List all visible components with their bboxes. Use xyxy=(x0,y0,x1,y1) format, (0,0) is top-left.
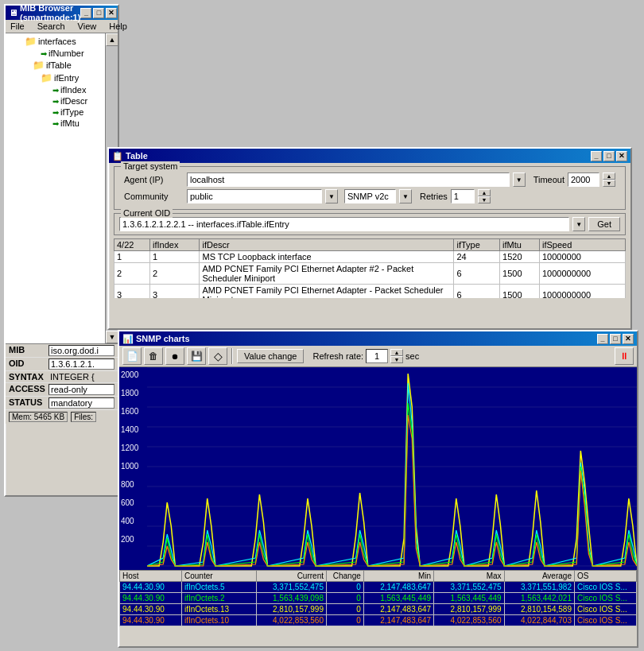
y-label-200: 200 xyxy=(121,535,134,544)
cell-ifindex: 1 xyxy=(150,251,200,263)
minimize-button[interactable]: _ xyxy=(80,8,91,18)
chart-cell-average: 4,022,844,703 xyxy=(504,615,574,626)
snmp-version-dropdown-btn[interactable]: ▼ xyxy=(399,189,412,203)
y-label-2000: 2000 xyxy=(121,370,138,379)
tree-node-ifentry[interactable]: 📁 ifEntry xyxy=(7,72,103,84)
col-header-ifindex: ifIndex xyxy=(150,239,200,251)
status-oid: OID 1.3.6.1.2.1. xyxy=(6,358,118,371)
arrow-icon-ifindex: ➡ xyxy=(52,86,59,95)
chart-data-row[interactable]: 94.44.30.90 ifInOctets.10 4,022,853,560 … xyxy=(120,615,637,626)
chart-cell-max: 4,022,853,560 xyxy=(434,615,504,626)
retries-spinner[interactable]: ▲ ▼ xyxy=(478,189,491,203)
timeout-spinner[interactable]: ▲ ▼ xyxy=(603,172,615,187)
clear-btn[interactable]: ◇ xyxy=(208,347,227,365)
timeout-field: 2000 xyxy=(568,172,599,187)
pause-button[interactable]: ⏸ xyxy=(615,347,634,365)
chart-data-row[interactable]: 94.44.30.90 ifInOctets.13 2,810,157,999 … xyxy=(120,604,637,615)
menu-search[interactable]: Search xyxy=(34,21,68,32)
status-status: STATUS mandatory xyxy=(6,397,118,410)
oid-value: 1.3.6.1.2.1. xyxy=(48,358,114,370)
table-maximize-button[interactable]: □ xyxy=(603,151,615,161)
table-row[interactable]: 2 2 AMD PCNET Family PCI Ethernet Adapte… xyxy=(114,263,626,285)
chart-toolbar: 📄 🗑 ⏺ 💾 ◇ Value change Refresh rate: ▲ ▼… xyxy=(119,346,637,367)
y-label-600: 600 xyxy=(121,498,134,507)
save-btn[interactable]: 💾 xyxy=(187,347,206,365)
chart-cell-min: 2,147,483,647 xyxy=(363,615,433,626)
retries-up-btn[interactable]: ▲ xyxy=(478,189,491,196)
tree-node-ifindex[interactable]: ➡ ifIndex xyxy=(7,84,103,95)
mib-browser-window: 🖥 MIB Browser (smartmode:1) _ □ ✕ File S… xyxy=(4,4,119,497)
agent-value: localhost xyxy=(190,175,224,184)
value-change-button[interactable]: Value change xyxy=(237,349,304,363)
snmp-close-button[interactable]: ✕ xyxy=(623,334,634,344)
tree-node-iftable[interactable]: 📁 ifTable xyxy=(7,59,103,72)
chart-data-row[interactable]: 94.44.30.90 ifInOctets.5 3,371,552,475 0… xyxy=(120,582,637,593)
tree-node-interfaces[interactable]: 📁 interfaces xyxy=(7,35,103,48)
scroll-up-btn[interactable]: ▲ xyxy=(106,33,118,46)
timeout-label: Timeout xyxy=(533,175,564,184)
chart-cell-counter: ifInOctets.2 xyxy=(182,593,257,604)
snmp-charts-title: SNMP charts xyxy=(136,334,190,343)
retries-down-btn[interactable]: ▼ xyxy=(478,196,491,203)
table-titlebar: 📋 Table _ □ ✕ xyxy=(109,149,630,163)
chart-cell-current: 4,022,853,560 xyxy=(256,615,326,626)
table-controls: _ □ ✕ xyxy=(591,151,627,161)
community-row: Community public ▼ SNMP v2c ▼ Retries 1 … xyxy=(124,189,615,203)
delete-chart-btn[interactable]: 🗑 xyxy=(144,347,163,365)
snmp-maximize-button[interactable]: □ xyxy=(610,334,621,344)
chart-cell-change: 0 xyxy=(326,593,363,604)
oid-dropdown-btn[interactable]: ▼ xyxy=(572,217,585,231)
mib-browser-controls: _ □ ✕ xyxy=(80,8,117,18)
chart-cell-os: Cisco IOS S... xyxy=(574,582,636,593)
refresh-down-btn[interactable]: ▼ xyxy=(390,356,403,363)
tree-node-iftype[interactable]: ➡ ifType xyxy=(7,107,103,118)
refresh-spinner[interactable]: ▲ ▼ xyxy=(390,349,403,363)
agent-dropdown-btn[interactable]: ▼ xyxy=(513,172,526,187)
chart-cell-min: 1,563,445,449 xyxy=(363,593,433,604)
refresh-rate-input[interactable] xyxy=(366,349,388,363)
cell-iftype: 24 xyxy=(454,251,500,263)
table-row[interactable]: 3 3 AMD PCNET Family PCI Ethernet Adapte… xyxy=(114,285,626,299)
community-dropdown-btn[interactable]: ▼ xyxy=(325,189,338,203)
menu-help[interactable]: Help xyxy=(106,21,130,32)
chart-cell-host: 94.44.30.90 xyxy=(120,582,182,593)
agent-row: Agent (IP) localhost ▼ Timeout 2000 ▲ ▼ xyxy=(124,172,615,187)
refresh-up-btn[interactable]: ▲ xyxy=(390,349,403,356)
syntax-label: SYNTAX xyxy=(9,372,48,382)
toolbar-separator xyxy=(231,348,233,364)
snmp-minimize-button[interactable]: _ xyxy=(597,334,608,344)
col-host: Host xyxy=(120,571,182,582)
menu-view[interactable]: View xyxy=(75,21,100,32)
chart-svg xyxy=(147,367,637,570)
timeout-down-btn[interactable]: ▼ xyxy=(603,180,615,187)
tree-area: 📁 interfaces ➡ ifNumber 📁 ifTable 📁 ifEn… xyxy=(6,33,118,343)
mib-browser-title: MIB Browser (smartmode:1) xyxy=(20,3,80,22)
col-min: Min xyxy=(363,571,433,582)
chart-canvas-area: 2000 1800 1600 1400 1200 1000 800 600 40… xyxy=(119,367,637,570)
mib-browser-titlebar: 🖥 MIB Browser (smartmode:1) _ □ ✕ xyxy=(6,6,118,20)
col-change: Change xyxy=(326,571,363,582)
get-button[interactable]: Get xyxy=(588,217,620,231)
table-row[interactable]: 1 1 MS TCP Loopback interface 24 1520 10… xyxy=(114,251,626,263)
chart-data-row[interactable]: 94.44.30.90 ifInOctets.2 1,563,439,098 0… xyxy=(120,593,637,604)
maximize-button[interactable]: □ xyxy=(93,8,104,18)
tree-node-ifdescr[interactable]: ➡ ifDescr xyxy=(7,95,103,107)
menu-file[interactable]: File xyxy=(7,21,28,32)
oid-field-value: 1.3.6.1.2.1.2.2.1 -- interfaces.ifTable.… xyxy=(122,219,289,229)
table-minimize-button[interactable]: _ xyxy=(591,151,602,161)
col-counter: Counter xyxy=(182,571,257,582)
table-close-button[interactable]: ✕ xyxy=(616,151,627,161)
tree-content: 📁 interfaces ➡ ifNumber 📁 ifTable 📁 ifEn… xyxy=(6,33,105,343)
tree-node-ifnumber[interactable]: ➡ ifNumber xyxy=(7,48,103,59)
timeout-up-btn[interactable]: ▲ xyxy=(603,172,615,180)
tree-node-ifmtu[interactable]: ➡ ifMtu xyxy=(7,118,103,129)
cell-ifmtu: 1500 xyxy=(500,285,540,299)
current-oid-group: Current OID 1.3.6.1.2.1.2.2.1 -- interfa… xyxy=(114,213,626,235)
scroll-down-btn[interactable]: ▼ xyxy=(106,331,118,343)
new-chart-btn[interactable]: 📄 xyxy=(122,347,142,365)
record-btn[interactable]: ⏺ xyxy=(165,347,184,365)
chart-cell-current: 3,371,552,475 xyxy=(256,582,326,593)
table-window: 📋 Table _ □ ✕ Target system Agent (IP) l… xyxy=(107,147,632,330)
close-button[interactable]: ✕ xyxy=(106,8,117,18)
cell-ifindex: 2 xyxy=(150,263,200,285)
